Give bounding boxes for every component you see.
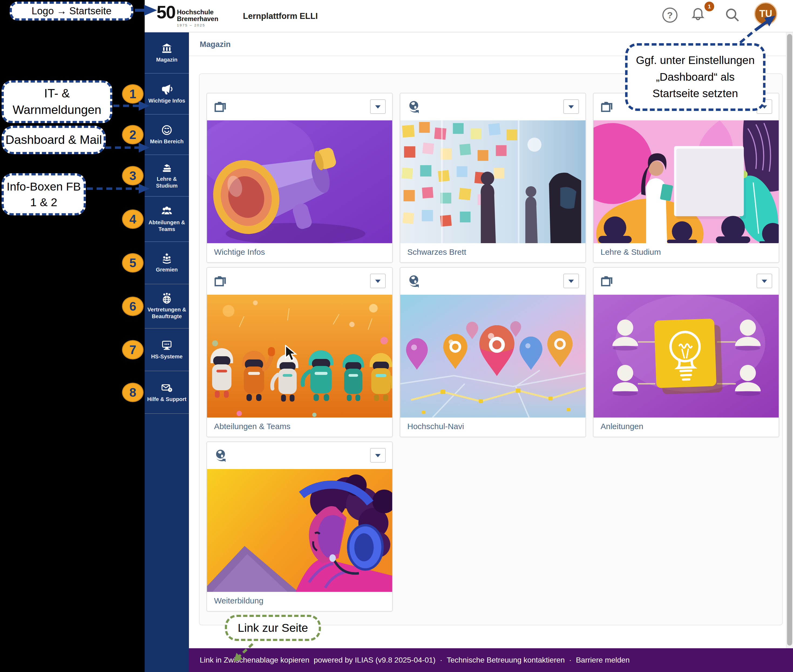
committee-icon xyxy=(161,253,173,264)
sidebar-item-label: Mein Bereich xyxy=(149,138,185,145)
sidebar-item-label: HS-Systeme xyxy=(149,353,184,360)
schwarzes-brett-image[interactable] xyxy=(400,120,585,243)
actions-dropdown-button[interactable] xyxy=(563,274,579,288)
annotation-badge-5: 5 xyxy=(122,253,144,273)
card-lehre-studium: Lehre & Studium xyxy=(593,93,779,263)
card-title[interactable]: Abteilungen & Teams xyxy=(207,418,392,437)
annotation-badge-4: 4 xyxy=(122,210,144,229)
card-title[interactable]: Lehre & Studium xyxy=(594,243,779,262)
annotation-badge-8: 8 xyxy=(122,383,144,402)
footer-bar: Link in Zwischenablage kopieren powered … xyxy=(189,648,793,672)
card-weiterbildung: Weiterbildung xyxy=(207,442,393,611)
chevron-down-icon xyxy=(375,280,381,283)
hochschul-navi-image[interactable] xyxy=(400,295,585,418)
scrollbar-track[interactable] xyxy=(786,32,793,648)
anleitungen-image[interactable] xyxy=(594,295,779,418)
hochschule-logo[interactable]: 50 Hochschule Bremerhaven 1975 – 2025 xyxy=(157,4,218,27)
weiterbildung-image[interactable] xyxy=(207,469,392,592)
sidebar-item-label: Vertretungen & Beauftragte xyxy=(145,306,189,320)
sidebar-item-magazin[interactable]: Magazin xyxy=(145,32,189,74)
chevron-down-icon xyxy=(375,454,381,457)
chevron-down-icon xyxy=(762,280,767,283)
folder-icon xyxy=(601,275,614,288)
chevron-down-icon xyxy=(375,105,381,109)
help-icon[interactable]: ? xyxy=(662,8,678,23)
card-title[interactable]: Hochschul-Navi xyxy=(400,418,585,437)
sidebar-item-label: Lehre & Studium xyxy=(145,176,189,189)
card-schwarzes-brett: Schwarzes Brett xyxy=(400,93,586,263)
sidebar-item-gremien[interactable]: Gremien xyxy=(145,242,189,284)
abteilungen-teams-image[interactable] xyxy=(207,295,392,418)
logo-years: 1975 – 2025 xyxy=(177,23,218,27)
card-title[interactable]: Weiterbildung xyxy=(207,592,392,611)
main-sidebar: Magazin Wichtige Infos Mein Bereich Lehr… xyxy=(145,32,189,672)
sidebar-item-hilfe-support[interactable]: ? Hilfe & Support xyxy=(145,371,189,414)
annotation-badge-3: 3 xyxy=(122,166,144,186)
weblink-icon xyxy=(214,449,227,462)
books-icon xyxy=(161,162,173,173)
notification-count-badge[interactable]: 1 xyxy=(705,2,714,11)
weblink-icon xyxy=(407,101,420,114)
megaphone-icon xyxy=(161,84,173,95)
annotation-badge-1: 1 xyxy=(122,84,144,104)
annotation-logo-callout: Logo → Startseite xyxy=(10,2,133,21)
mail-help-icon: ? xyxy=(161,382,173,394)
actions-dropdown-button[interactable] xyxy=(370,448,386,462)
weblink-icon xyxy=(407,275,420,288)
smiley-icon xyxy=(161,125,173,136)
sidebar-item-label: Gremien xyxy=(154,266,179,273)
folder-icon xyxy=(214,101,227,114)
people-group-icon xyxy=(161,205,173,217)
annotation-settings-callout: Ggf. unter Einstellungen „Dashboard“ als… xyxy=(625,43,766,111)
sidebar-item-abteilungen-teams[interactable]: Abteilungen & Teams xyxy=(145,197,189,242)
annotation-badge-2: 2 xyxy=(122,125,144,144)
breadcrumb-magazin[interactable]: Magazin xyxy=(200,32,231,56)
sidebar-item-hs-systeme[interactable]: HS-Systeme xyxy=(145,328,189,371)
card-anleitungen: Anleitungen xyxy=(593,267,779,437)
sidebar-item-wichtige-infos[interactable]: Wichtige Infos xyxy=(145,74,189,114)
sidebar-item-label: Abteilungen & Teams xyxy=(145,219,189,233)
sidebar-item-vertretungen-beauftragte[interactable]: Vertretungen & Beauftragte xyxy=(145,284,189,328)
footer-separator: · xyxy=(440,656,442,664)
svg-text:?: ? xyxy=(169,388,171,391)
lehre-studium-image[interactable] xyxy=(594,120,779,243)
globe-people-icon xyxy=(161,293,173,304)
annotation-dashboard-mail-callout: Dashboard & Mail xyxy=(2,126,106,154)
sidebar-item-label: Wichtige Infos xyxy=(147,98,187,104)
card-title[interactable]: Wichtige Infos xyxy=(207,243,392,262)
search-icon[interactable] xyxy=(725,8,740,23)
support-footer-link[interactable]: Technische Betreuung kontaktieren xyxy=(447,656,565,664)
annotation-badge-6: 6 xyxy=(122,297,144,316)
logo-50-mark: 50 xyxy=(157,4,175,21)
annotation-link-zur-seite-callout: Link zur Seite xyxy=(225,615,321,641)
card-wichtige-infos: Wichtige Infos xyxy=(207,93,393,263)
folder-icon xyxy=(214,275,227,288)
sidebar-item-mein-bereich[interactable]: Mein Bereich xyxy=(145,114,189,155)
sidebar-item-lehre-studium[interactable]: Lehre & Studium xyxy=(145,155,189,197)
actions-dropdown-button[interactable] xyxy=(756,274,772,288)
avatar[interactable]: TU xyxy=(754,2,777,26)
sidebar-item-label: Hilfe & Support xyxy=(146,396,188,403)
sidebar-item-label: Magazin xyxy=(155,56,179,63)
actions-dropdown-button[interactable] xyxy=(370,99,386,114)
card-title[interactable]: Anleitungen xyxy=(594,418,779,437)
scrollbar-thumb[interactable] xyxy=(787,34,792,646)
card-title[interactable]: Schwarzes Brett xyxy=(400,243,585,262)
powered-by-text: powered by ILIAS (v9.8 2025-04-01) xyxy=(314,656,435,664)
actions-dropdown-button[interactable] xyxy=(370,274,386,288)
sidebar-spacer xyxy=(145,414,189,672)
folder-icon xyxy=(601,101,614,114)
logo-line2: Bremerhaven xyxy=(177,15,218,22)
wichtige-infos-image[interactable] xyxy=(207,120,392,243)
chevron-down-icon xyxy=(569,280,574,283)
card-hochschul-navi: Hochschul-Navi xyxy=(400,267,586,437)
actions-dropdown-button[interactable] xyxy=(563,99,579,114)
footer-separator: · xyxy=(569,656,571,664)
report-barrier-footer-link[interactable]: Barriere melden xyxy=(576,656,630,664)
screenshot-stage: 50 Hochschule Bremerhaven 1975 – 2025 Le… xyxy=(0,0,793,672)
card-abteilungen-teams: Abteilungen & Teams xyxy=(207,267,393,437)
notification-bell-icon[interactable] xyxy=(691,6,705,22)
annotation-infoboxen-callout: Info-Boxen FB 1 & 2 xyxy=(2,173,86,215)
logo-line1: Hochschule xyxy=(177,9,218,15)
copy-link-footer-link[interactable]: Link in Zwischenablage kopieren xyxy=(200,656,309,664)
